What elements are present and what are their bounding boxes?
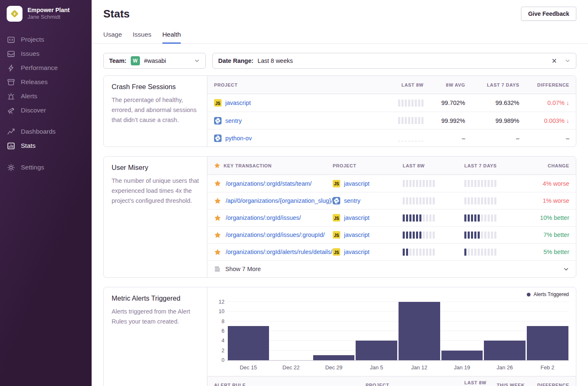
project-link[interactable]: javascript <box>344 180 369 187</box>
tab-issues[interactable]: Issues <box>133 31 152 44</box>
bar-group <box>398 302 441 360</box>
projects-icon <box>7 36 15 44</box>
column-header-this-week: THIS WEEK <box>486 383 525 386</box>
project-link[interactable]: python-ov <box>225 135 252 142</box>
table-row: sentry99.992%99.989%0.003% ↓ <box>207 112 576 129</box>
x-axis-tick-label: Dec 29 <box>312 364 355 371</box>
table-row: /api/0/organizations/{organization_slug}… <box>207 192 576 209</box>
column-header-key-transaction: KEY TRANSACTION <box>224 163 272 168</box>
transaction-link[interactable]: /organizations/:orgId/stats/team/ <box>226 180 311 187</box>
project-link[interactable]: sentry <box>225 117 242 124</box>
sparkline <box>464 214 527 222</box>
sparkline <box>464 249 527 256</box>
panel-description: The number of unique users that experien… <box>112 176 199 206</box>
project-cell: JSjavascript <box>333 248 403 256</box>
bar-group <box>526 302 569 360</box>
project-cell: python-ov <box>214 134 374 142</box>
last-8w-cell <box>403 197 464 204</box>
sparkline <box>464 197 527 204</box>
table-row: /organizations/:orgId/alerts/rules/detai… <box>207 243 576 260</box>
difference-value: 0.003% ↓ <box>544 117 569 124</box>
transaction-link[interactable]: /organizations/:orgId/issues/:groupId/ <box>226 232 325 238</box>
avg-cell: – <box>424 135 465 142</box>
column-header-last-7-days: LAST 7 DAYS <box>465 82 519 87</box>
team-selector[interactable]: Team: W #wasabi <box>103 53 206 69</box>
project-link[interactable]: javascript <box>344 249 369 255</box>
sidebar-item-alerts[interactable]: Alerts <box>0 89 92 103</box>
gear-icon <box>7 164 15 172</box>
bar <box>484 341 526 360</box>
last-8w-cell <box>403 249 464 256</box>
panel-title: Crash Free Sessions <box>112 83 199 91</box>
project-cell: JSjavascript <box>333 214 403 222</box>
project-link[interactable]: javascript <box>225 100 251 106</box>
sparkline <box>464 232 527 239</box>
give-feedback-button[interactable]: Give Feedback <box>521 7 576 21</box>
sidebar-item-settings[interactable]: Settings <box>0 160 92 174</box>
sidebar-item-label: Issues <box>21 50 40 57</box>
sidebar-item-releases[interactable]: Releases <box>0 75 92 89</box>
transaction-cell: /organizations/:orgId/stats/team/ <box>214 180 333 187</box>
sparkline-cell <box>374 100 424 107</box>
transaction-cell: /organizations/:orgId/issues/:groupId/ <box>214 232 333 239</box>
project-cell: JSjavascript <box>214 99 374 107</box>
team-value: #wasabi <box>144 57 166 64</box>
last-7-days-cell <box>464 249 527 256</box>
change-value: 10% better <box>540 214 569 221</box>
bar <box>399 302 440 360</box>
empower-plant-logo-icon <box>10 9 20 19</box>
tab-health[interactable]: Health <box>162 31 181 44</box>
sidebar-item-label: Projects <box>21 36 44 43</box>
chevron-down-icon <box>194 58 200 64</box>
javascript-icon: JS <box>214 99 222 107</box>
y-axis-tick-label: 0 <box>214 357 224 363</box>
date-range-selector[interactable]: Date Range: Last 8 weeks <box>212 53 576 69</box>
transaction-link[interactable]: /organizations/:orgId/issues/ <box>226 214 301 221</box>
y-axis-tick-label: 12 <box>214 299 224 305</box>
star-icon[interactable] <box>214 180 221 187</box>
sidebar-item-stats[interactable]: Stats <box>0 139 92 153</box>
change-value: 5% better <box>543 249 569 255</box>
last-7-days-cell <box>464 214 527 222</box>
column-header-project: PROJECT <box>214 82 374 87</box>
clear-date-icon[interactable] <box>551 58 557 64</box>
star-icon[interactable] <box>214 249 221 256</box>
transaction-link[interactable]: /organizations/:orgId/alerts/rules/detai… <box>226 249 333 255</box>
org-header[interactable]: Empower Plant Jane Schmidt <box>0 0 92 22</box>
chevron-down-icon[interactable] <box>565 58 571 64</box>
star-icon[interactable] <box>214 197 221 204</box>
change-cell: 4% worse <box>527 180 569 187</box>
project-link[interactable]: javascript <box>344 214 369 221</box>
sparkline <box>398 117 424 124</box>
column-header-alert-rule: ALERT RULE <box>214 383 366 386</box>
last-8w-cell <box>403 180 464 187</box>
javascript-icon: JS <box>333 248 340 256</box>
x-axis-tick-label: Jan 5 <box>355 364 398 371</box>
project-link[interactable]: sentry <box>344 197 361 204</box>
transaction-link[interactable]: /api/0/organizations/{organization_slug}… <box>226 197 333 204</box>
sidebar-item-performance[interactable]: Performance <box>0 61 92 75</box>
bar-series <box>227 302 569 360</box>
y-axis-tick-label: 2 <box>214 348 224 354</box>
sidebar-item-issues[interactable]: Issues <box>0 47 92 61</box>
column-header-8w-avg: 8W AVG <box>424 82 465 87</box>
sidebar-item-label: Settings <box>21 164 44 171</box>
line-chart-icon <box>7 128 15 136</box>
transaction-cell: /api/0/organizations/{organization_slug}… <box>214 197 333 204</box>
sidebar-item-projects[interactable]: Projects <box>0 32 92 47</box>
sidebar-item-label: Stats <box>21 142 35 149</box>
table-row: /organizations/:orgId/issues/:groupId/JS… <box>207 226 576 243</box>
main-content: Stats Give Feedback Usage Issues Health … <box>92 0 588 386</box>
table-row: /organizations/:orgId/issues/JSjavascrip… <box>207 209 576 226</box>
chart-legend[interactable]: Alerts Triggered <box>527 291 569 297</box>
star-icon[interactable] <box>214 232 221 239</box>
tab-usage[interactable]: Usage <box>103 31 122 44</box>
date-range-label: Date Range: <box>218 57 254 64</box>
project-link[interactable]: javascript <box>344 232 369 238</box>
sidebar-item-discover[interactable]: Discover <box>0 103 92 117</box>
python-icon <box>333 197 340 204</box>
show-more-button[interactable]: Show 7 More <box>207 260 576 277</box>
star-icon[interactable] <box>214 214 221 222</box>
sidebar-item-dashboards[interactable]: Dashboards <box>0 125 92 139</box>
difference-cell: 0.07% ↓ <box>519 100 569 106</box>
